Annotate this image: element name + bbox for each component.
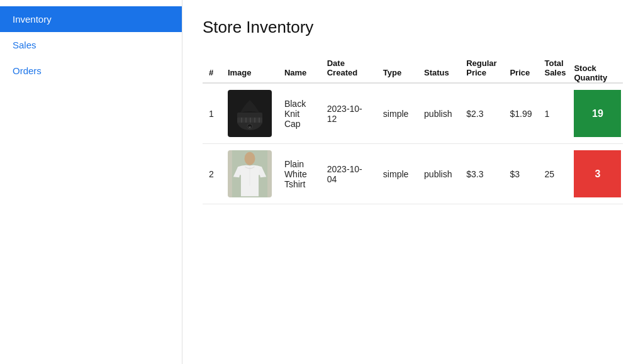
sidebar-item-sales[interactable]: Sales: [0, 32, 182, 58]
tshirt-svg: [231, 150, 269, 197]
cell-date: 2023-10-04: [321, 144, 377, 204]
col-header-type: Type: [377, 55, 418, 83]
cell-name: Black Knit Cap: [278, 83, 321, 144]
cell-type: simple: [377, 144, 418, 204]
cell-price: $1.99: [503, 83, 538, 144]
cell-type: simple: [377, 83, 418, 144]
cell-price: $3: [503, 144, 538, 204]
svg-text:M: M: [249, 125, 250, 128]
col-header-image: Image: [221, 55, 278, 83]
sidebar-item-orders[interactable]: Orders: [0, 58, 182, 84]
sidebar-item-label: Sales: [13, 40, 36, 50]
cell-total-sales: 1: [538, 83, 574, 144]
col-header-stock-quantity: Stock Quantity: [574, 55, 623, 83]
col-header-price: Price: [503, 55, 538, 83]
cell-date: 2023-10-12: [321, 83, 377, 144]
cell-num: 1: [203, 83, 221, 144]
sidebar: Inventory Sales Orders: [0, 0, 182, 364]
cell-stock-quantity: 3: [574, 144, 623, 204]
cell-regular-price: $3.3: [460, 144, 503, 204]
product-image-tshirt: [228, 150, 272, 197]
cell-num: 2: [203, 144, 221, 204]
cell-image: [221, 144, 278, 204]
cell-regular-price: $2.3: [460, 83, 503, 144]
stock-badge-red: 3: [574, 150, 621, 197]
col-header-regular-price: Regular Price: [460, 55, 503, 83]
table-row: 1: [203, 83, 623, 144]
col-header-date: Date Created: [321, 55, 377, 83]
cell-stock-quantity: 19: [574, 83, 623, 144]
cell-total-sales: 25: [538, 144, 574, 204]
col-header-name: Name: [278, 55, 321, 83]
stock-badge-green: 19: [574, 90, 621, 137]
col-header-total-sales: Total Sales: [538, 55, 574, 83]
main-content: Store Inventory # Image Name Date Create…: [182, 0, 643, 364]
knit-cap-svg: M: [234, 95, 266, 133]
cell-name: Plain White Tshirt: [278, 144, 321, 204]
inventory-table: # Image Name Date Created Type Status Re…: [203, 55, 623, 204]
col-header-status: Status: [418, 55, 460, 83]
svg-point-11: [244, 152, 255, 165]
product-image-knit-cap: M: [228, 90, 272, 137]
sidebar-item-label: Orders: [13, 65, 42, 76]
table-row: 2: [203, 144, 623, 204]
sidebar-item-inventory[interactable]: Inventory: [0, 6, 182, 32]
cell-image: M: [221, 83, 278, 144]
cell-status: publish: [418, 144, 460, 204]
svg-rect-2: [237, 118, 262, 123]
col-header-num: #: [203, 55, 221, 83]
cell-status: publish: [418, 83, 460, 144]
sidebar-item-label: Inventory: [13, 14, 52, 25]
page-title: Store Inventory: [203, 18, 623, 37]
